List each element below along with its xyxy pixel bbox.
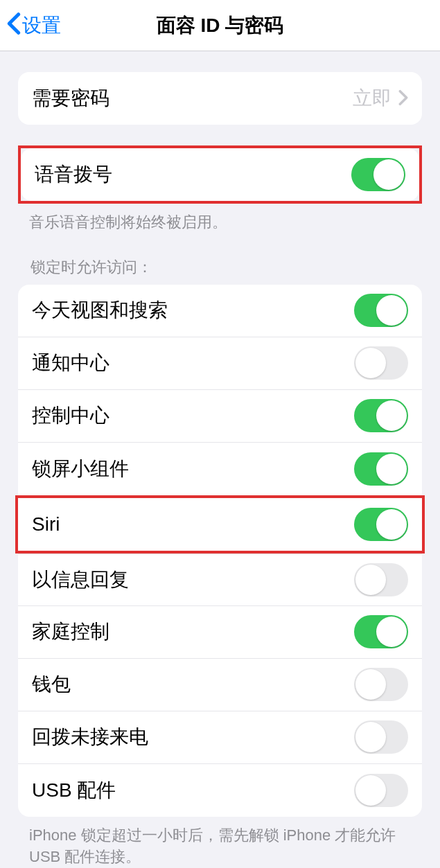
- usb-footer: iPhone 锁定超过一小时后，需先解锁 iPhone 才能允许 USB 配件连…: [0, 817, 440, 868]
- require-passcode-value-text: 立即: [353, 85, 391, 112]
- wallet-toggle[interactable]: [354, 668, 408, 701]
- toggle-knob: [373, 159, 404, 190]
- header: 设置 面容 ID 与密码: [0, 0, 440, 51]
- siri-label: Siri: [32, 513, 60, 535]
- wallet-label: 钱包: [32, 671, 71, 698]
- home-control-row: 家庭控制: [18, 606, 422, 659]
- wallet-row: 钱包: [18, 659, 422, 711]
- lockscreen-widgets-row: 锁屏小组件: [18, 443, 422, 495]
- toggle-knob: [376, 400, 407, 431]
- require-passcode-group: 需要密码 立即: [18, 72, 422, 125]
- home-control-label: 家庭控制: [32, 619, 109, 645]
- toggle-knob: [355, 348, 386, 378]
- reply-with-message-toggle[interactable]: [354, 563, 408, 596]
- toggle-knob: [355, 565, 386, 595]
- toggle-knob: [355, 722, 386, 752]
- return-missed-calls-toggle[interactable]: [354, 720, 408, 754]
- return-missed-calls-label: 回拨未接来电: [32, 724, 148, 750]
- return-missed-calls-row: 回拨未接来电: [18, 711, 422, 764]
- control-center-label: 控制中心: [32, 402, 109, 429]
- notification-center-label: 通知中心: [32, 350, 109, 376]
- notification-center-row: 通知中心: [18, 337, 422, 390]
- toggle-knob: [355, 775, 386, 806]
- page-title: 面容 ID 与密码: [157, 12, 284, 39]
- reply-with-message-row: 以信息回复: [18, 553, 422, 606]
- back-label: 设置: [22, 12, 61, 39]
- reply-with-message-label: 以信息回复: [32, 567, 129, 593]
- lockscreen-widgets-label: 锁屏小组件: [32, 456, 129, 482]
- voice-dial-row: 语音拨号: [21, 148, 419, 201]
- toggle-knob: [376, 509, 407, 540]
- voice-dial-toggle[interactable]: [351, 158, 405, 191]
- toggle-knob: [376, 295, 407, 326]
- chevron-right-icon: [398, 86, 408, 112]
- toggle-knob: [376, 454, 407, 484]
- siri-toggle[interactable]: [354, 508, 408, 541]
- control-center-toggle[interactable]: [354, 399, 408, 432]
- today-view-toggle[interactable]: [354, 294, 408, 327]
- require-passcode-label: 需要密码: [32, 85, 109, 112]
- usb-accessories-label: USB 配件: [32, 777, 116, 804]
- today-view-row: 今天视图和搜索: [18, 285, 422, 337]
- require-passcode-row[interactable]: 需要密码 立即: [18, 72, 422, 125]
- today-view-label: 今天视图和搜索: [32, 297, 168, 324]
- usb-accessories-toggle[interactable]: [354, 774, 408, 807]
- chevron-left-icon: [7, 12, 21, 39]
- usb-accessories-row: USB 配件: [18, 764, 422, 817]
- require-passcode-value: 立即: [353, 85, 408, 112]
- toggle-knob: [355, 669, 386, 700]
- lockscreen-widgets-toggle[interactable]: [354, 452, 408, 486]
- voice-dial-highlight: 语音拨号: [18, 145, 422, 204]
- lock-access-group: 今天视图和搜索 通知中心 控制中心 锁屏小组件 Siri: [18, 285, 422, 817]
- lock-access-header: 锁定时允许访问：: [0, 233, 440, 285]
- voice-dial-footer: 音乐语音控制将始终被启用。: [0, 204, 440, 233]
- toggle-knob: [376, 617, 407, 647]
- voice-dial-label: 语音拨号: [35, 161, 112, 188]
- home-control-toggle[interactable]: [354, 615, 408, 648]
- siri-highlight: Siri: [15, 495, 425, 553]
- back-button[interactable]: 设置: [7, 12, 61, 39]
- siri-row: Siri: [18, 498, 422, 551]
- control-center-row: 控制中心: [18, 390, 422, 443]
- notification-center-toggle[interactable]: [354, 346, 408, 380]
